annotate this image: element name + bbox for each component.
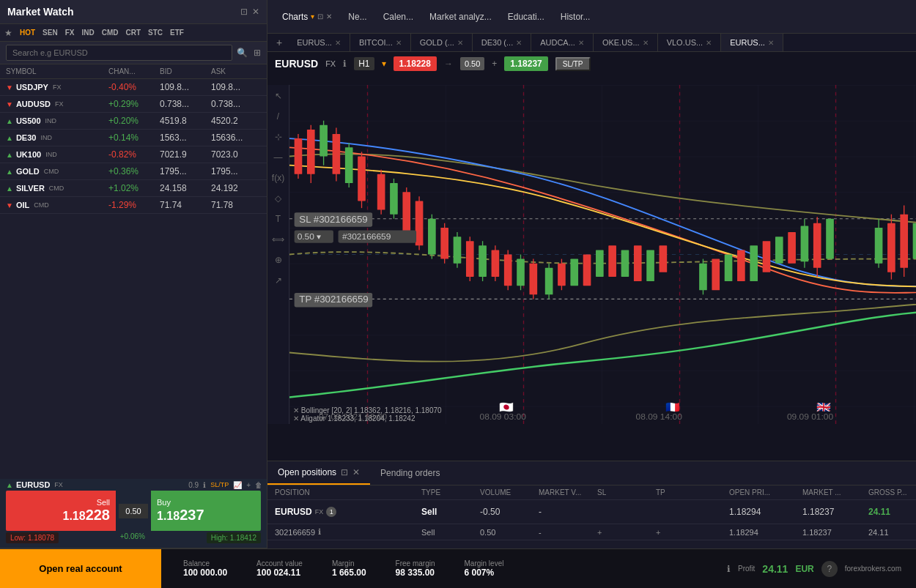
open-real-account-button[interactable]: Open real account xyxy=(0,549,161,588)
chart-icon[interactable]: 📈 xyxy=(233,481,242,489)
share-icon[interactable]: ↗ xyxy=(275,275,282,286)
close-tab-icon[interactable]: ✕ xyxy=(457,39,463,47)
sell-button[interactable]: Sell 1.18228 xyxy=(6,491,116,531)
chart-tab-vlous[interactable]: VLO.US... ✕ xyxy=(658,34,722,51)
close-tab-icon[interactable]: ✕ xyxy=(516,39,522,47)
col-grossp: GROSS P... xyxy=(868,488,916,496)
tab-sen[interactable]: SEN xyxy=(40,27,61,38)
symbol-cell: ▲ GOLD CMD xyxy=(6,167,108,176)
line-tool-icon[interactable]: / xyxy=(277,111,279,122)
delete-icon[interactable]: 🗑 xyxy=(255,481,262,489)
close-tab-icon[interactable]: ✕ xyxy=(578,39,584,47)
info-icon[interactable]: ℹ xyxy=(318,527,321,537)
tab-crt[interactable]: CRT xyxy=(122,27,144,38)
sltp-label[interactable]: SL/TP xyxy=(210,481,229,488)
change-pct: +0.06% xyxy=(120,532,145,543)
x-icon[interactable]: ✕ xyxy=(293,406,299,414)
tab-hot[interactable]: HOT xyxy=(17,27,38,38)
info-icon[interactable]: ℹ xyxy=(343,59,347,69)
svg-text:TP  #302166659: TP #302166659 xyxy=(299,294,368,305)
change-value: +1.02% xyxy=(108,183,160,193)
chart-tab-eurusd1[interactable]: EURUS... ✕ xyxy=(288,34,350,51)
tab-label: DE30 (... xyxy=(481,38,513,47)
tab-cmd[interactable]: CMD xyxy=(99,27,122,38)
x-icon[interactable]: ✕ xyxy=(293,414,299,423)
minimize-icon[interactable]: ⊡ xyxy=(341,467,348,477)
cursor-icon[interactable]: ↖ xyxy=(275,91,282,101)
chart-tab-okeus[interactable]: OKE.US... ✕ xyxy=(594,34,658,51)
chart-tab-eurusd2[interactable]: EURUS... ✕ xyxy=(721,34,783,51)
bid-value: 71.74 xyxy=(160,200,211,210)
close-tab-icon[interactable]: ✕ xyxy=(643,39,649,47)
tab-icon-maximize[interactable]: ⊡ xyxy=(317,12,323,21)
close-tab-icon[interactable]: ✕ xyxy=(706,39,712,47)
close-tab-icon[interactable]: ✕ xyxy=(768,39,774,47)
tab-news[interactable]: Ne... xyxy=(341,9,374,25)
hline-icon[interactable]: — xyxy=(274,152,283,163)
subrow-tp[interactable]: + xyxy=(656,528,729,537)
col-type: TYPE xyxy=(421,488,480,496)
help-button[interactable]: ? xyxy=(821,561,838,577)
measure-icon[interactable]: ⟺ xyxy=(272,234,284,245)
close-icon[interactable]: ✕ xyxy=(352,467,360,477)
market-watch-title: Market Watch xyxy=(7,6,74,18)
add-icon[interactable]: + xyxy=(246,481,251,489)
chart-tab-de30[interactable]: DE30 (... ✕ xyxy=(473,34,531,51)
list-item[interactable]: ▲ UK100 IND -0.82% 7021.9 7023.0 xyxy=(0,146,267,163)
tab-charts[interactable]: Charts ▾ ⊡ ✕ xyxy=(275,9,339,25)
tab-ind[interactable]: IND xyxy=(78,27,97,38)
chart-tab-audcad[interactable]: AUDCA... ✕ xyxy=(531,34,594,51)
tab-calendar[interactable]: Calen... xyxy=(376,9,421,25)
subrow-sl[interactable]: + xyxy=(597,528,656,537)
tab-etf[interactable]: ETF xyxy=(167,27,187,38)
timeframe-arrow[interactable]: ▾ xyxy=(382,59,386,69)
list-item[interactable]: ▲ GOLD CMD +0.36% 1795... 1795... xyxy=(0,163,267,180)
list-item[interactable]: ▲ DE30 IND +0.14% 1563... 15636... xyxy=(0,130,267,146)
list-item[interactable]: ▼ OIL CMD -1.29% 71.74 71.78 xyxy=(0,197,267,214)
tab-open-positions[interactable]: Open positions ⊡ ✕ xyxy=(267,461,370,485)
tab-pending-orders[interactable]: Pending orders xyxy=(370,462,450,484)
ask-value: 1795... xyxy=(211,166,262,176)
restore-icon[interactable]: ⊡ xyxy=(240,7,248,17)
fib-icon[interactable]: f(x) xyxy=(272,173,284,183)
chart-tab-bitcoin[interactable]: BITCOI... ✕ xyxy=(350,34,411,51)
chart-tab-gold[interactable]: GOLD (... ✕ xyxy=(411,34,473,51)
bid-value: 1795... xyxy=(160,166,211,176)
search-icon[interactable]: 🔍 xyxy=(237,48,248,58)
star-icon[interactable]: ★ xyxy=(4,28,12,38)
info-icon[interactable]: ℹ xyxy=(203,481,206,489)
svg-text:🇫🇷: 🇫🇷 xyxy=(665,400,681,413)
bid-value: 0.738... xyxy=(160,99,211,109)
text-icon[interactable]: T xyxy=(276,214,281,224)
chart-canvas: SL #302166659 0.50 ▾ #302166659 TP #3021… xyxy=(289,85,916,424)
bollinger-text: Bollinger [20, 2] 1.18362, 1.18216, 1.18… xyxy=(301,406,442,414)
ask-value: 4520.2 xyxy=(211,116,262,126)
margin-level-stat: Margin level 6 007% xyxy=(465,559,504,578)
tab-market-analysis[interactable]: Market analyz... xyxy=(422,9,499,25)
layer-icon[interactable]: ⊕ xyxy=(275,255,282,265)
grid-icon[interactable]: ⊞ xyxy=(254,48,261,58)
close-icon[interactable]: ✕ xyxy=(252,7,259,17)
tab-fx[interactable]: FX xyxy=(62,27,78,38)
close-tab-icon[interactable]: ✕ xyxy=(396,39,402,47)
search-input[interactable] xyxy=(6,45,232,61)
position-badge: 1 xyxy=(326,507,336,517)
arrow-up-icon: ▲ xyxy=(6,185,13,193)
tab-stc[interactable]: STC xyxy=(145,27,166,38)
ray-tool-icon[interactable]: ⊹ xyxy=(275,132,282,142)
chart-timeframe-selector[interactable]: H1 xyxy=(354,57,374,70)
list-item[interactable]: ▼ AUDUSD FX +0.29% 0.738... 0.738... xyxy=(0,96,267,113)
close-tab-icon[interactable]: ✕ xyxy=(335,39,341,47)
market-watch-tabs: ★ HOT SEN FX IND CMD CRT STC ETF xyxy=(0,24,267,42)
buy-button[interactable]: Buy 1.18237 xyxy=(151,491,261,531)
pattern-icon[interactable]: ◇ xyxy=(275,193,281,204)
list-item[interactable]: ▲ SILVER CMD +1.02% 24.158 24.192 xyxy=(0,180,267,197)
list-item[interactable]: ▼ USDJPY FX -0.40% 109.8... 109.8... xyxy=(0,79,267,96)
tab-education[interactable]: Educati... xyxy=(501,9,552,25)
tab-history[interactable]: Histor... xyxy=(553,9,598,25)
list-item[interactable]: ▲ US500 IND +0.20% 4519.8 4520.2 xyxy=(0,113,267,130)
subrow-openprice: 1.18294 xyxy=(729,528,802,537)
sltp-button[interactable]: SL/TP xyxy=(555,57,591,71)
tab-icon-close[interactable]: ✕ xyxy=(326,12,332,21)
add-chart-tab-button[interactable]: + xyxy=(270,34,288,51)
